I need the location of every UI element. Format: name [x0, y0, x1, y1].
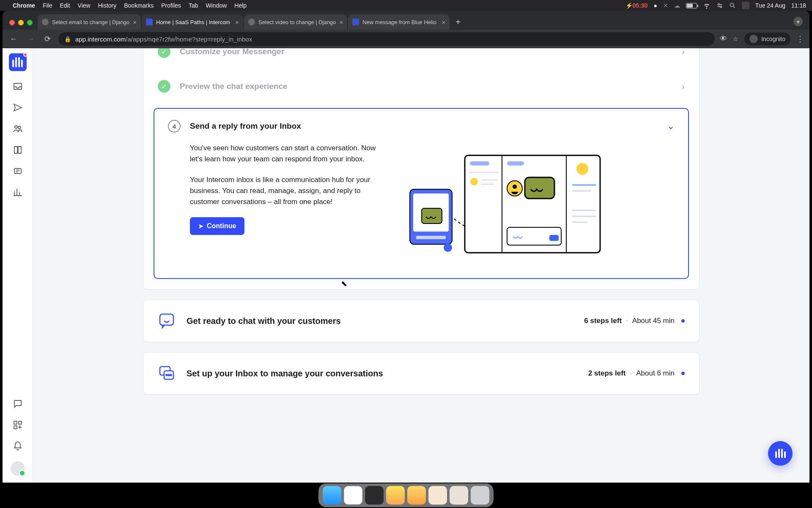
menu-tab[interactable]: Tab — [189, 2, 198, 9]
status-bolt-icon[interactable]: ● — [653, 2, 657, 9]
status-wifi-icon[interactable] — [703, 2, 710, 9]
browser-tab[interactable]: New message from Blue Helio × — [348, 14, 450, 30]
task-title: Get ready to chat with your customers — [187, 316, 341, 326]
menu-bookmarks[interactable]: Bookmarks — [124, 2, 154, 9]
macos-dock — [0, 483, 812, 508]
svg-rect-6 — [14, 421, 17, 424]
chevron-right-icon: › — [682, 48, 685, 57]
svg-rect-17 — [470, 161, 489, 166]
sidebar-inbox-icon[interactable] — [12, 80, 24, 92]
status-control-center-icon[interactable] — [716, 2, 723, 9]
menu-help[interactable]: Help — [234, 2, 247, 9]
tab-overflow-icon[interactable]: ▾ — [793, 17, 803, 26]
task-steps-left: 6 steps left — [584, 317, 622, 325]
browser-tab[interactable]: Select email to change | Django × — [38, 14, 141, 30]
window-zoom-button[interactable] — [27, 20, 33, 25]
sidebar-reports-icon[interactable] — [12, 186, 24, 198]
step-row-preview-chat[interactable]: ✓ Preview the chat experience › — [143, 69, 699, 104]
menu-view[interactable]: View — [78, 2, 91, 9]
sidebar-messenger-icon[interactable] — [12, 398, 24, 410]
status-x-icon[interactable]: ✕ — [663, 2, 668, 9]
nav-back-button[interactable]: ← — [8, 33, 19, 45]
new-tab-button[interactable]: + — [452, 16, 464, 28]
inbox-illustration — [406, 143, 604, 261]
sidebar-outbound-icon[interactable] — [12, 102, 24, 113]
svg-rect-25 — [525, 177, 554, 199]
menubar-time[interactable]: 11:18 — [791, 2, 806, 9]
continue-button[interactable]: ➤ Continue — [190, 217, 244, 235]
intercom-icon — [352, 19, 359, 25]
tab-close-icon[interactable]: × — [133, 19, 137, 26]
url-host: app.intercom.com — [75, 36, 126, 43]
inbox-setup-icon — [158, 364, 176, 382]
dock-app-terminal[interactable] — [365, 486, 384, 505]
browser-tab-active[interactable]: Home | SaaS Paths | Intercom × — [142, 14, 243, 30]
browser-window: Select email to change | Django × Home |… — [3, 11, 809, 483]
continue-button-label: Continue — [207, 222, 236, 230]
bookmark-star-icon[interactable]: ☆ — [733, 36, 738, 42]
menu-window[interactable]: Window — [206, 2, 227, 9]
dock-app-trash[interactable] — [471, 486, 489, 505]
page-viewport: ✓ Customize your Messenger › ✓ Preview t… — [3, 48, 809, 483]
nav-forward-button[interactable]: → — [25, 33, 36, 45]
menu-file[interactable]: File — [43, 2, 52, 9]
incognito-indicator[interactable]: Incognito — [744, 33, 790, 45]
menu-edit[interactable]: Edit — [60, 2, 70, 9]
tab-title: Home | SaaS Paths | Intercom — [156, 19, 232, 25]
tab-title: Select email to change | Django — [52, 19, 129, 25]
dock-app-notes[interactable] — [386, 486, 405, 505]
svg-point-0 — [718, 3, 719, 5]
tab-close-icon[interactable]: × — [442, 19, 445, 26]
dock-app-spark[interactable] — [407, 486, 426, 505]
step-number-badge: 4 — [168, 120, 181, 133]
menu-history[interactable]: History — [98, 2, 117, 9]
sidebar-articles-icon[interactable] — [12, 144, 24, 156]
intercom-logo[interactable] — [9, 53, 27, 71]
task-card-chat-customers[interactable]: Get ready to chat with your customers 6 … — [143, 300, 700, 342]
task-card-setup-inbox[interactable]: Set up your Inbox to manage your convers… — [143, 352, 700, 395]
browser-menu-button[interactable]: ⋮ — [796, 34, 804, 44]
sidebar-apps-icon[interactable] — [12, 419, 24, 431]
smile-chat-icon — [158, 312, 176, 330]
dock-app-folder[interactable] — [428, 486, 447, 505]
dock-app-finder[interactable] — [323, 486, 341, 505]
tab-close-icon[interactable]: × — [235, 19, 239, 26]
step-title: Customize your Messenger — [180, 48, 284, 56]
browser-tab[interactable]: Select video to change | Django × — [244, 14, 347, 30]
tab-title: Select video to change | Django — [258, 19, 336, 25]
sidebar-contacts-icon[interactable] — [12, 123, 24, 135]
nav-reload-button[interactable]: ⟳ — [41, 33, 53, 45]
svg-point-39 — [170, 375, 172, 376]
dock-app-folder-2[interactable] — [450, 486, 468, 505]
menubar-date[interactable]: Tue 24 Aug — [755, 2, 785, 9]
chevron-right-icon: › — [682, 82, 685, 91]
status-spotlight-icon[interactable] — [729, 2, 736, 9]
address-bar[interactable]: 🔒 app.intercom.com/a/apps/nqe7r2fw/home?… — [58, 32, 715, 46]
window-close-button[interactable] — [9, 20, 15, 25]
svg-rect-34 — [160, 314, 173, 325]
menubar-app-name[interactable]: Chrome — [13, 2, 35, 9]
messenger-launcher-button[interactable] — [768, 441, 793, 466]
active-step-header[interactable]: 4 Send a reply from your Inbox ⌄ — [168, 120, 675, 133]
status-timer[interactable]: ⚡05:30 — [625, 2, 648, 9]
menu-profiles[interactable]: Profiles — [161, 2, 181, 9]
tab-close-icon[interactable]: × — [339, 19, 343, 26]
status-battery-icon[interactable] — [686, 3, 697, 8]
dock-app-chrome[interactable] — [344, 486, 362, 505]
check-icon: ✓ — [158, 80, 170, 93]
window-minimize-button[interactable] — [18, 20, 24, 25]
status-cloud-icon[interactable]: ☁ — [674, 2, 680, 9]
task-eta: About 45 min — [632, 317, 675, 325]
svg-point-28 — [576, 163, 588, 175]
tracking-blocked-icon[interactable]: 👁 — [720, 35, 727, 43]
svg-point-19 — [470, 178, 478, 185]
status-timer-value: 05:30 — [633, 2, 648, 9]
step-row-customize-messenger[interactable]: ✓ Customize your Messenger › — [143, 48, 699, 69]
status-siri-icon[interactable] — [742, 2, 749, 9]
svg-rect-12 — [416, 236, 446, 239]
tab-title: New message from Blue Helio — [362, 19, 438, 25]
sidebar-notifications-icon[interactable] — [12, 440, 24, 452]
macos-menubar: Chrome File Edit View History Bookmarks … — [0, 0, 812, 11]
sidebar-avatar[interactable] — [11, 461, 25, 476]
sidebar-operator-icon[interactable] — [12, 165, 24, 177]
